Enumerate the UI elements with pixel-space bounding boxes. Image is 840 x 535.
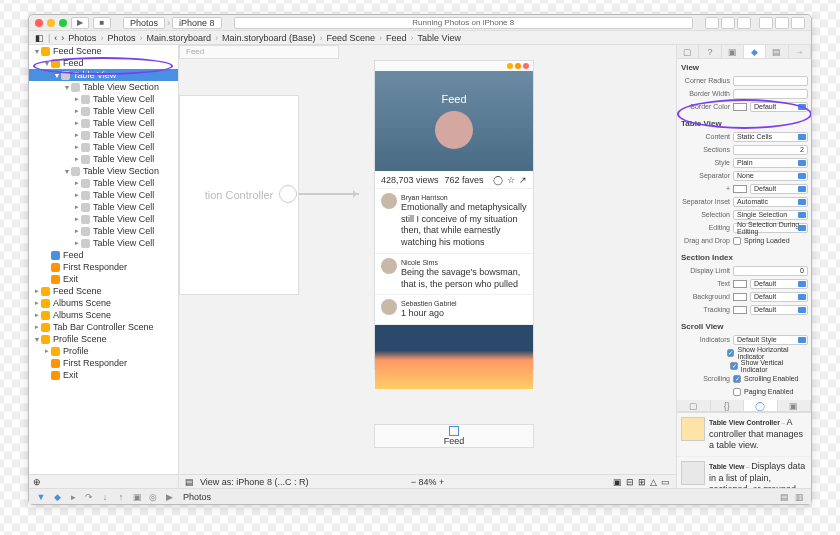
feed-cell[interactable]: Sebastien Gabriel1 hour ago (375, 295, 533, 325)
cell-row[interactable]: ▸Table View Cell (29, 93, 178, 105)
scheme-device[interactable]: iPhone 8 (172, 17, 222, 29)
color-swatch[interactable] (733, 185, 747, 193)
editing-popup[interactable]: No Selection During Editing (733, 223, 808, 233)
segue-arrow-icon[interactable] (299, 193, 359, 195)
outline-toggle-icon[interactable]: ▤ (185, 477, 194, 487)
step-over-icon[interactable]: ↷ (83, 492, 95, 502)
step-in-icon[interactable]: ↓ (99, 492, 111, 502)
zoom-in-button[interactable]: + (439, 477, 444, 487)
pin-icon[interactable]: ⊞ (638, 477, 646, 487)
zoom-out-button[interactable]: − (411, 477, 416, 487)
console-view-icon[interactable]: ▥ (793, 492, 805, 502)
memory-icon[interactable]: ◎ (147, 492, 159, 502)
simulate-location-icon[interactable]: ▶ (163, 492, 175, 502)
corner-radius-field[interactable] (733, 76, 808, 86)
outline-filter-bar[interactable]: ⊕ (29, 474, 178, 488)
cell-row[interactable]: ▸Table View Cell (29, 141, 178, 153)
hero-cell[interactable]: Feed (375, 71, 533, 171)
image-cell[interactable] (375, 325, 533, 389)
cell-row[interactable]: ▸Table View Cell (29, 129, 178, 141)
feed-cell[interactable]: Nicole SimsBeing the savage's bowsman, t… (375, 254, 533, 295)
scheme-target[interactable]: Photos (123, 17, 165, 29)
file-inspector-tab[interactable]: ▢ (677, 45, 699, 58)
selection-popup[interactable]: Single Selection (733, 210, 808, 220)
library-object-tab[interactable]: ◯ (744, 400, 778, 411)
segue-circle-icon[interactable] (279, 185, 297, 203)
comment-icon[interactable]: ◯ (493, 175, 503, 185)
cell-row[interactable]: ▸Table View Cell (29, 177, 178, 189)
vc-icon[interactable] (507, 63, 513, 69)
share-icon[interactable]: ↗ (519, 175, 527, 185)
cell-row[interactable]: ▸Table View Cell (29, 213, 178, 225)
tab-bar-item[interactable]: Feed (374, 424, 534, 448)
connections-inspector-tab[interactable]: → (789, 45, 811, 58)
exit-row[interactable]: Exit (29, 369, 178, 381)
style-popup[interactable]: Plain (733, 158, 808, 168)
cell-row[interactable]: ▸Table View Cell (29, 201, 178, 213)
cell-row[interactable]: ▸Table View Cell (29, 225, 178, 237)
library-item[interactable]: Table View Controller – A controller tha… (677, 413, 811, 457)
toggle-navigator-icon[interactable] (759, 17, 773, 29)
scene-row[interactable]: ▸Feed Scene (29, 285, 178, 297)
section-row[interactable]: ▼Table View Section (29, 165, 178, 177)
stop-button[interactable]: ■ (93, 17, 111, 29)
library-media-tab[interactable]: ▣ (778, 400, 812, 411)
scrolling-enabled-checkbox[interactable]: ✓ (733, 375, 741, 383)
spring-loaded-checkbox[interactable] (733, 237, 741, 245)
vc-row[interactable]: ▼Feed (29, 57, 178, 69)
variables-view-icon[interactable]: ▤ (778, 492, 790, 502)
step-out-icon[interactable]: ↑ (115, 492, 127, 502)
scene-row[interactable]: ▸Albums Scene (29, 297, 178, 309)
scene-row[interactable]: ▸Albums Scene (29, 309, 178, 321)
breakpoint-icon[interactable]: ◆ (51, 492, 63, 502)
editor-standard-icon[interactable] (705, 17, 719, 29)
sections-stepper[interactable]: 2 (733, 145, 808, 155)
toggle-inspector-icon[interactable] (791, 17, 805, 29)
border-color-popup[interactable]: Default (750, 102, 808, 112)
jump-bar[interactable]: ◧| ‹› Photos› Photos› Main.storyboard› M… (29, 31, 811, 45)
toggle-debug-icon[interactable] (775, 17, 789, 29)
separator-color-popup[interactable]: Default (750, 184, 808, 194)
filter-icon[interactable]: ⊕ (33, 477, 41, 487)
first-responder-row[interactable]: First Responder (29, 261, 178, 273)
size-inspector-tab[interactable]: ▤ (766, 45, 788, 58)
exit-icon[interactable] (523, 63, 529, 69)
minimize-icon[interactable] (47, 19, 55, 27)
library-snippet-tab[interactable]: {} (711, 400, 745, 411)
identity-inspector-tab[interactable]: ▣ (722, 45, 744, 58)
run-button[interactable]: ▶ (71, 17, 89, 29)
separator-inset-popup[interactable]: Automatic (733, 197, 808, 207)
show-h-checkbox[interactable]: ✓ (727, 349, 734, 357)
cell-row[interactable]: ▸Table View Cell (29, 105, 178, 117)
index-bg-popup[interactable]: Default (750, 292, 808, 302)
resolve-icon[interactable]: △ (650, 477, 657, 487)
star-icon[interactable]: ☆ (507, 175, 515, 185)
table-view-preview[interactable]: Feed 428,703 views 762 faves ◯☆↗ Bryan H… (374, 60, 534, 370)
editor-version-icon[interactable] (737, 17, 751, 29)
scene-row[interactable]: ▼Profile Scene (29, 333, 178, 345)
content-popup[interactable]: Static Cells (733, 132, 808, 142)
separator-popup[interactable]: None (733, 171, 808, 181)
interface-builder-canvas[interactable]: Feed tion Controller Feed 428,703 views (179, 45, 676, 488)
align-icon[interactable]: ⊟ (626, 477, 634, 487)
show-v-checkbox[interactable]: ✓ (730, 362, 738, 370)
zoom-icon[interactable] (59, 19, 67, 27)
color-swatch[interactable] (733, 306, 747, 314)
index-tracking-popup[interactable]: Default (750, 305, 808, 315)
cell-row[interactable]: ▸Table View Cell (29, 189, 178, 201)
first-responder-icon[interactable] (515, 63, 521, 69)
vc-row[interactable]: ▸Profile (29, 345, 178, 357)
view-as-label[interactable]: View as: iPhone 8 (...C : R) (200, 477, 308, 487)
constraints-icon[interactable]: ▣ (613, 477, 622, 487)
library-file-tab[interactable]: ▢ (677, 400, 711, 411)
index-text-popup[interactable]: Default (750, 279, 808, 289)
color-swatch[interactable] (733, 293, 747, 301)
border-width-field[interactable] (733, 89, 808, 99)
feed-cell[interactable]: Bryan HarrisonEmotionally and metaphysic… (375, 189, 533, 254)
stats-cell[interactable]: 428,703 views 762 faves ◯☆↗ (375, 171, 533, 189)
first-responder-row[interactable]: First Responder (29, 357, 178, 369)
section-row[interactable]: ▼Table View Section (29, 81, 178, 93)
close-icon[interactable] (35, 19, 43, 27)
library-item[interactable]: Table View – Displays data in a list of … (677, 457, 811, 488)
continue-icon[interactable]: ▸ (67, 492, 79, 502)
